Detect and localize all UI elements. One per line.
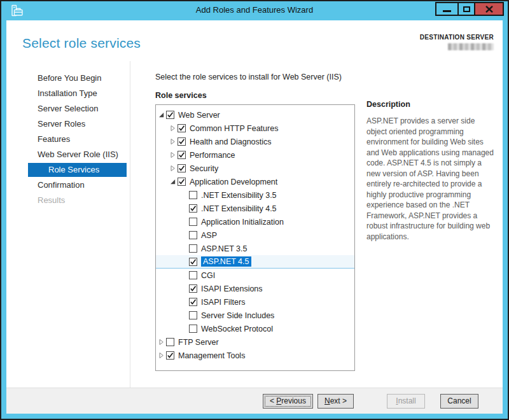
checkbox-server-side-includes[interactable] (189, 311, 197, 319)
role-services-label: Role services (155, 91, 355, 100)
tree-indent (181, 258, 189, 265)
sidebar-item-confirmation[interactable]: Confirmation (6, 178, 130, 192)
tree-indent (181, 272, 189, 279)
sidebar-item-role-services[interactable]: Role Services (28, 163, 127, 177)
checkbox-web-server[interactable] (166, 111, 174, 119)
tree-item-label: ASP (201, 231, 217, 240)
tree-row-common-http-features[interactable]: Common HTTP Features (156, 122, 354, 135)
tree-item-label: Management Tools (178, 351, 245, 360)
close-button[interactable] (474, 2, 504, 16)
checkbox-asp[interactable] (189, 231, 197, 239)
tree-row-asp[interactable]: ASP (156, 228, 354, 242)
checkbox-isapi-filters[interactable] (189, 298, 197, 306)
tree-row-isapi-filters[interactable]: ISAPI Filters (156, 295, 354, 309)
expand-icon[interactable] (169, 125, 178, 132)
tree-item-label: Security (190, 164, 218, 173)
tree-row-asp-net-3-5[interactable]: ASP.NET 3.5 (156, 242, 354, 255)
expand-icon[interactable] (169, 138, 178, 145)
checkbox-ftp-server[interactable] (166, 338, 174, 346)
checkbox-net-extensibility-3-5[interactable] (189, 191, 197, 199)
tree-indent (181, 312, 189, 319)
collapse-icon[interactable] (169, 178, 178, 185)
checkbox-application-initialization[interactable] (189, 218, 197, 226)
tree-row-websocket-protocol[interactable]: WebSocket Protocol (156, 322, 354, 335)
tree-item-label: .NET Extensibility 3.5 (201, 191, 277, 200)
footer-bar: < PreviousNext >InstallCancel (6, 388, 503, 414)
cancel-button[interactable]: Cancel (440, 394, 478, 409)
destination-server-label: DESTINATION SERVER (420, 34, 494, 41)
tree-item-label: ASP.NET 4.5 (201, 256, 251, 267)
tree-item-label: ISAPI Filters (201, 298, 245, 307)
close-icon (485, 6, 493, 13)
sidebar-item-server-roles[interactable]: Server Roles (6, 117, 130, 131)
destination-server-name-obscured (448, 43, 494, 50)
title-bar[interactable]: Add Roles and Features Wizard (1, 1, 508, 20)
tree-row-asp-net-4-5[interactable]: ASP.NET 4.5 (156, 255, 354, 269)
checkbox-health-and-diagnostics[interactable] (178, 137, 186, 146)
sidebar-item-installation-type[interactable]: Installation Type (6, 87, 130, 101)
tree-row-application-initialization[interactable]: Application Initialization (156, 215, 354, 228)
description-text: ASP.NET provides a server side object or… (366, 116, 495, 242)
checkbox-cgi[interactable] (189, 271, 197, 279)
checkbox-management-tools[interactable] (166, 351, 174, 360)
tree-indent (181, 205, 189, 212)
main-panel: Select the role services to install for … (130, 61, 503, 388)
expand-icon[interactable] (158, 352, 166, 359)
install-button: Install (387, 394, 425, 409)
maximize-button[interactable] (457, 2, 475, 16)
window-title: Add Roles and Features Wizard (1, 5, 508, 15)
tree-item-label: Performance (190, 151, 235, 160)
page-header: Select role services DESTINATION SERVER (6, 20, 503, 61)
sidebar-item-features[interactable]: Features (6, 132, 130, 146)
tree-item-label: ASP.NET 3.5 (201, 244, 248, 253)
tree-row-isapi-extensions[interactable]: ISAPI Extensions (156, 282, 354, 295)
checkbox-performance[interactable] (178, 151, 186, 159)
role-services-tree: Web ServerCommon HTTP FeaturesHealth and… (155, 104, 355, 371)
sidebar-item-server-selection[interactable]: Server Selection (6, 102, 130, 116)
tree-indent (181, 232, 189, 239)
tree-row-application-development[interactable]: Application Development (156, 175, 354, 188)
collapse-icon[interactable] (158, 111, 166, 118)
checkbox-asp-net-4-5[interactable] (189, 258, 197, 266)
tree-row-health-and-diagnostics[interactable]: Health and Diagnostics (156, 135, 354, 148)
tree-item-label: Common HTTP Features (190, 124, 278, 133)
checkbox-common-http-features[interactable] (178, 124, 186, 132)
expand-icon[interactable] (158, 339, 166, 346)
tree-row-net-extensibility-3-5[interactable]: .NET Extensibility 3.5 (156, 188, 354, 202)
tree-row-management-tools[interactable]: Management Tools (156, 349, 354, 362)
tree-item-label: FTP Server (178, 338, 219, 347)
tree-indent (181, 245, 189, 252)
next-button[interactable]: Next > (317, 394, 354, 409)
tree-row-web-server[interactable]: Web Server (156, 108, 354, 122)
tree-item-label: Application Development (190, 178, 277, 186)
tree-row-server-side-includes[interactable]: Server Side Includes (156, 309, 354, 322)
tree-indent (181, 325, 189, 332)
tree-row-security[interactable]: Security (156, 162, 354, 175)
expand-icon[interactable] (169, 151, 178, 158)
tree-row-ftp-server[interactable]: FTP Server (156, 335, 354, 349)
tree-row-performance[interactable]: Performance (156, 148, 354, 162)
sidebar-item-before-you-begin[interactable]: Before You Begin (6, 71, 130, 85)
intro-text: Select the role services to install for … (155, 73, 495, 81)
checkbox-asp-net-3-5[interactable] (189, 244, 197, 253)
maximize-icon (463, 6, 470, 12)
sidebar-item-web-server-role-iis[interactable]: Web Server Role (IIS) (6, 148, 130, 162)
minimize-icon (443, 10, 451, 12)
checkbox-net-extensibility-4-5[interactable] (189, 204, 197, 213)
tree-indent (181, 298, 189, 305)
tree-row-net-extensibility-4-5[interactable]: .NET Extensibility 4.5 (156, 202, 354, 215)
expand-icon[interactable] (169, 165, 178, 172)
minimize-button[interactable] (435, 2, 459, 16)
sidebar-item-results: Results (6, 193, 130, 207)
tree-item-label: Application Initialization (201, 218, 284, 227)
checkbox-application-development[interactable] (178, 178, 186, 186)
wizard-window: Add Roles and Features Wizard Select rol… (0, 0, 509, 420)
checkbox-websocket-protocol[interactable] (189, 325, 197, 333)
tree-indent (181, 285, 189, 292)
checkbox-isapi-extensions[interactable] (189, 284, 197, 293)
checkbox-security[interactable] (178, 164, 186, 172)
tree-row-cgi[interactable]: CGI (156, 269, 354, 282)
tree-item-label: Health and Diagnostics (190, 137, 272, 146)
previous-button[interactable]: < Previous (263, 394, 313, 409)
tree-item-label: Server Side Includes (201, 311, 274, 320)
